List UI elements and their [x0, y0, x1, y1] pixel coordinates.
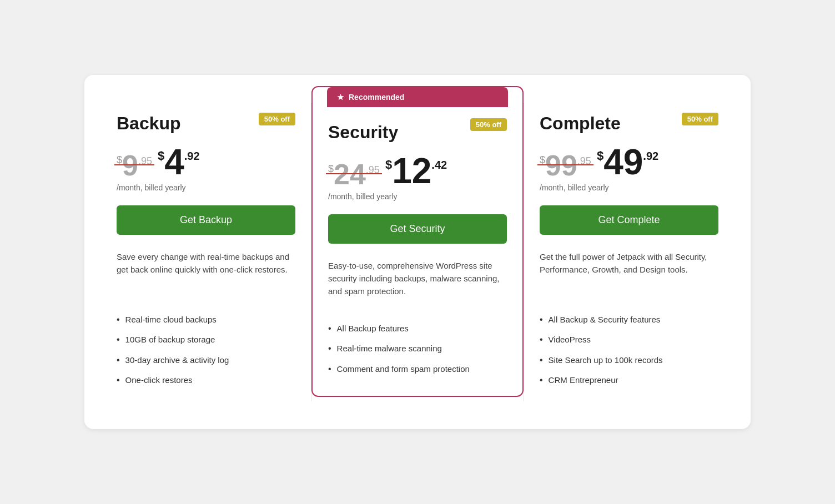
complete-current-price: $ 49 .92 [597, 144, 658, 180]
plan-card-backup: 50% off Backup $ 9 .95 $ 4 .92 /month, b… [101, 97, 311, 407]
backup-feature-1: Real-time cloud backups [117, 310, 295, 330]
security-current-price: $ 12 .42 [385, 153, 447, 189]
backup-curr-cents: .92 [184, 150, 200, 163]
complete-feature-3: Site Search up to 100k records [540, 350, 718, 370]
security-discount-badge: 50% off [470, 118, 507, 131]
complete-description: Get the full power of Jetpack with all S… [540, 250, 718, 292]
backup-price-row: $ 9 .95 $ 4 .92 [117, 144, 295, 180]
plan-card-complete: 50% off Complete $ 99 .95 $ 49 .92 /mont… [524, 97, 734, 407]
complete-feature-1: All Backup & Security features [540, 310, 718, 330]
recommended-badge: ★ Recommended [327, 87, 508, 107]
security-price-row: $ 24 .95 $ 12 .42 [328, 153, 507, 189]
complete-original-price: $ 99 .95 [540, 151, 591, 180]
recommended-label: Recommended [349, 93, 404, 102]
backup-billing: /month, billed yearly [117, 183, 295, 192]
security-billing: /month, billed yearly [328, 192, 507, 201]
security-curr-cents: .42 [431, 159, 447, 172]
complete-curr-dollar: $ [597, 149, 603, 163]
backup-current-price: $ 4 .92 [158, 144, 200, 180]
complete-curr-amount: 49 [603, 144, 643, 180]
security-strikethrough [326, 173, 382, 174]
complete-features-list: All Backup & Security features VideoPres… [540, 310, 718, 391]
complete-billing: /month, billed yearly [540, 183, 718, 192]
security-curr-amount: 12 [392, 153, 431, 189]
security-original-price: $ 24 .95 [328, 160, 380, 189]
complete-curr-cents: .92 [643, 150, 658, 163]
pricing-wrapper: 50% off Backup $ 9 .95 $ 4 .92 /month, b… [84, 75, 751, 430]
backup-feature-2: 10GB of backup storage [117, 330, 295, 350]
backup-description: Save every change with real-time backups… [117, 250, 295, 292]
backup-curr-dollar: $ [158, 149, 164, 163]
plan-card-security: ★ Recommended 50% off Security $ 24 .95 … [311, 86, 524, 397]
backup-features-list: Real-time cloud backups 10GB of backup s… [117, 310, 295, 391]
backup-curr-amount: 4 [164, 144, 184, 180]
backup-strikethrough [114, 164, 154, 165]
complete-price-row: $ 99 .95 $ 49 .92 [540, 144, 718, 180]
backup-feature-4: One-click restores [117, 370, 295, 390]
star-icon: ★ [337, 93, 344, 102]
complete-strikethrough [537, 164, 593, 165]
security-description: Easy-to-use, comprehensive WordPress sit… [328, 259, 507, 301]
backup-orig-amount: 9 [122, 151, 138, 180]
security-curr-dollar: $ [385, 158, 392, 172]
security-cta-button[interactable]: Get Security [328, 214, 507, 244]
complete-orig-amount: 99 [545, 151, 577, 180]
complete-discount-badge: 50% off [682, 113, 718, 125]
backup-original-price: $ 9 .95 [117, 151, 152, 180]
security-features-list: All Backup features Real-time malware sc… [328, 319, 507, 379]
security-feature-2: Real-time malware scanning [328, 339, 507, 359]
complete-feature-2: VideoPress [540, 330, 718, 350]
backup-cta-button[interactable]: Get Backup [117, 205, 295, 235]
complete-feature-4: CRM Entrepreneur [540, 370, 718, 390]
backup-discount-badge: 50% off [259, 113, 295, 125]
security-feature-3: Comment and form spam protection [328, 359, 507, 379]
security-orig-amount: 24 [334, 160, 366, 189]
backup-feature-3: 30-day archive & activity log [117, 350, 295, 370]
complete-cta-button[interactable]: Get Complete [540, 205, 718, 235]
security-feature-1: All Backup features [328, 319, 507, 339]
